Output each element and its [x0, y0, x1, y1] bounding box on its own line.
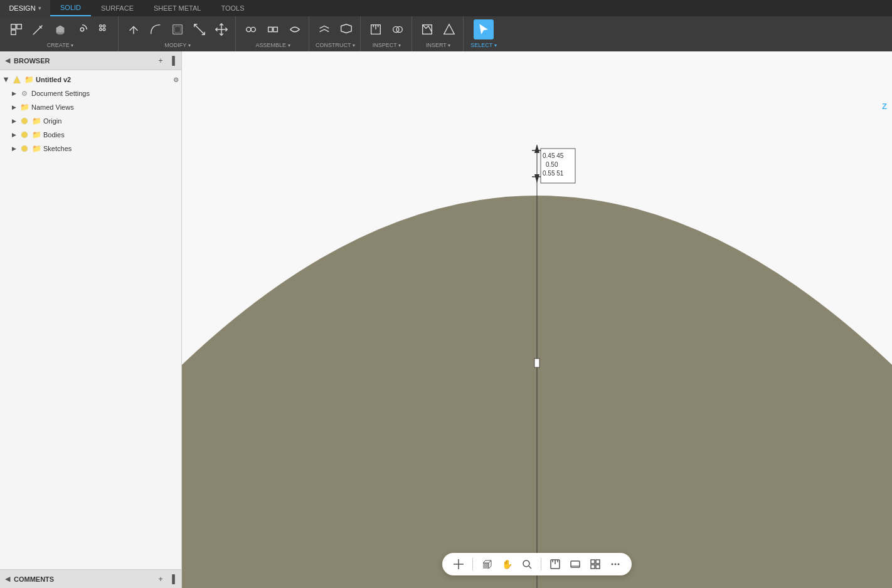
create-pattern-btn[interactable] — [94, 19, 114, 39]
svg-rect-42 — [596, 560, 600, 564]
select-btn[interactable] — [474, 19, 494, 39]
nav-hand-btn[interactable]: ✋ — [498, 555, 516, 573]
bodies-folder-icon: 📁 — [31, 130, 41, 140]
named-views-arrow[interactable]: ▶ — [10, 103, 18, 111]
bottom-nav-bar: ✋ — [442, 553, 632, 575]
viewport[interactable]: Z 0.45 45 0.50 0.55 51 ✋ — [182, 51, 892, 588]
browser-header: ◀ BROWSER + ▐ — [0, 51, 181, 70]
toolbar: DESIGN ▾ SOLID SURFACE SHEET METAL TOOLS — [0, 0, 892, 51]
svg-point-8 — [103, 28, 105, 31]
insert-icons — [417, 19, 459, 39]
browser-collapse-arrow[interactable]: ◀ — [5, 56, 10, 65]
modify-shell-btn[interactable] — [167, 19, 188, 39]
svg-rect-17 — [273, 27, 277, 31]
doc-settings-gear-icon: ⚙ — [19, 88, 29, 98]
group-construct: CONSTRUCT ▾ — [311, 16, 361, 51]
nav-grid2-btn[interactable] — [587, 555, 604, 573]
create-revolve-btn[interactable] — [72, 19, 92, 39]
modify-move-btn[interactable] — [211, 19, 231, 39]
svg-rect-10 — [174, 26, 180, 32]
tree-named-views-label: Named Views — [31, 103, 74, 111]
tree-sketches[interactable]: ▶ 📁 Sketches — [0, 142, 181, 155]
tree-bodies-label: Bodies — [43, 131, 65, 139]
inspect-interference-btn[interactable] — [388, 19, 408, 39]
ribbon: CREATE ▾ MODIFY ▾ — [0, 16, 892, 51]
create-extrude-btn[interactable] — [50, 19, 70, 39]
tree-sketches-label: Sketches — [43, 145, 72, 152]
root-visibility-icon[interactable] — [12, 75, 22, 85]
origin-arrow[interactable]: ▶ — [10, 117, 18, 125]
insert-label: INSERT ▾ — [426, 42, 450, 48]
tree-origin[interactable]: ▶ 📁 Origin — [0, 114, 181, 128]
tab-surface[interactable]: SURFACE — [91, 0, 144, 16]
svg-point-25 — [21, 132, 28, 138]
svg-rect-0 — [11, 24, 16, 29]
group-create: CREATE ▾ — [3, 16, 119, 51]
modify-fillet-btn[interactable] — [146, 19, 166, 39]
insert-canvas-btn[interactable] — [417, 19, 437, 39]
group-modify: MODIFY ▾ — [120, 16, 236, 51]
nav-display-btn[interactable] — [566, 555, 584, 573]
inspect-measure-btn[interactable] — [366, 19, 386, 39]
comments-title: COMMENTS — [14, 575, 153, 583]
svg-point-33 — [523, 560, 529, 567]
root-settings-icon[interactable]: ⚙ — [173, 76, 179, 83]
design-button[interactable]: DESIGN ▾ — [0, 0, 50, 16]
svg-rect-44 — [596, 565, 600, 569]
tree-root-arrow[interactable]: ▶ — [3, 76, 10, 83]
tree-doc-settings[interactable]: ▶ ⚙ Document Settings — [0, 87, 181, 100]
bodies-arrow[interactable]: ▶ — [10, 131, 18, 139]
select-icons — [474, 19, 494, 39]
svg-rect-29 — [483, 563, 489, 569]
svg-point-46 — [615, 564, 617, 565]
named-views-folder-icon: 📁 — [19, 102, 29, 112]
svg-line-11 — [194, 24, 205, 35]
tab-solid[interactable]: SOLID — [50, 0, 91, 16]
modify-scale-btn[interactable] — [189, 19, 210, 39]
inspect-icons — [366, 19, 408, 39]
browser-add-btn[interactable]: + — [157, 55, 164, 66]
tab-tools[interactable]: TOOLS — [211, 0, 254, 16]
nav-zoom-btn[interactable] — [518, 555, 536, 573]
create-icons — [6, 19, 114, 39]
tree-root[interactable]: ▶ 📁 Untitled v2 ⚙ — [0, 73, 181, 87]
construct-offset-btn[interactable] — [314, 19, 334, 39]
browser-pin-btn[interactable]: ▐ — [168, 55, 176, 66]
modify-icons — [124, 19, 231, 39]
insert-mesh-btn[interactable] — [439, 19, 459, 39]
group-inspect: INSPECT ▾ — [362, 16, 412, 51]
comments-pin-btn[interactable]: ▐ — [168, 573, 176, 585]
dim-text-line1: 0.45 45 — [543, 152, 564, 159]
comments-expand-arrow[interactable]: ◀ — [5, 575, 10, 583]
tree-named-views[interactable]: ▶ 📁 Named Views — [0, 100, 181, 114]
svg-point-20 — [396, 26, 402, 32]
nav-more-btn[interactable] — [607, 555, 624, 573]
comments-add-btn[interactable]: + — [157, 573, 164, 585]
sketches-arrow[interactable]: ▶ — [10, 145, 18, 152]
doc-settings-arrow[interactable]: ▶ — [10, 90, 18, 97]
browser-tree: ▶ 📁 Untitled v2 ⚙ ▶ ⚙ Document Settings … — [0, 70, 181, 569]
svg-point-24 — [21, 118, 28, 124]
comments-header: ◀ COMMENTS + ▐ — [0, 569, 181, 588]
svg-line-31 — [489, 560, 491, 563]
tree-bodies[interactable]: ▶ 📁 Bodies — [0, 128, 181, 142]
assemble-motion-btn[interactable] — [285, 19, 305, 39]
nav-grid-btn[interactable] — [450, 555, 467, 573]
construct-midplane-btn[interactable] — [336, 19, 356, 39]
dim-arrow-top — [534, 144, 539, 153]
create-new-btn[interactable] — [6, 19, 26, 39]
tab-sheet-metal[interactable]: SHEET METAL — [144, 0, 211, 16]
nav-measure-btn[interactable] — [546, 555, 564, 573]
nav-sep-1 — [472, 558, 473, 570]
nav-cube-btn[interactable] — [478, 555, 496, 573]
svg-rect-41 — [591, 560, 595, 564]
svg-point-7 — [100, 28, 102, 31]
create-sketch-btn[interactable] — [28, 19, 48, 39]
assemble-asbuilt-btn[interactable] — [263, 19, 283, 39]
modify-push-btn[interactable] — [124, 19, 144, 39]
svg-point-4 — [80, 28, 84, 31]
origin-folder-icon: 📁 — [31, 116, 41, 126]
assemble-joint-btn[interactable] — [241, 19, 261, 39]
svg-rect-43 — [591, 565, 595, 569]
origin-light-icon — [19, 116, 29, 126]
